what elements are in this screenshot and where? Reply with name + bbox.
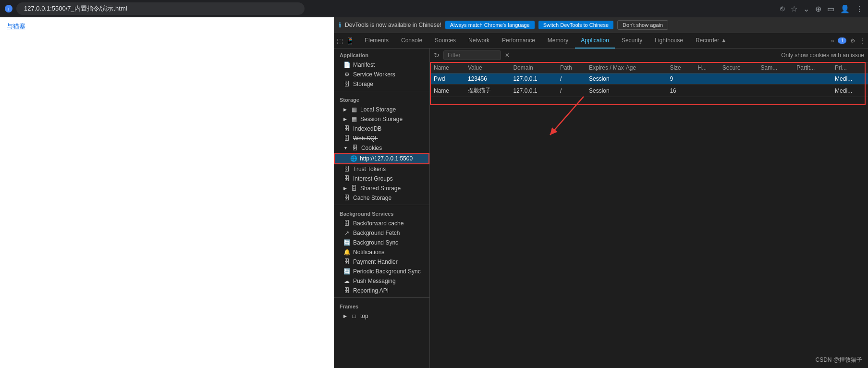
profile-icon[interactable]: 👤 (840, 4, 850, 13)
window-icon[interactable]: ▭ (827, 4, 834, 13)
push-messaging-icon: ☁ (343, 278, 350, 284)
col-partition[interactable]: Partit... (793, 62, 831, 74)
sidebar-item-indexeddb[interactable]: 🗄 IndexedDB (334, 124, 429, 134)
sidebar-item-trust-tokens[interactable]: 🗄 Trust Tokens (334, 164, 429, 174)
browser-actions: ⎋ ☆ ⌄ ⊕ ▭ 👤 ⋮ (780, 4, 863, 13)
sidebar-item-cookies[interactable]: ▼ 🗄 Cookies (334, 143, 429, 153)
sidebar-item-shared-storage[interactable]: ▶ 🗄 Shared Storage (334, 184, 429, 193)
cell-partition (793, 85, 831, 97)
filter-clear-button[interactable]: ✕ (505, 52, 510, 59)
refresh-button[interactable]: ↻ (434, 51, 440, 59)
col-expires[interactable]: Expires / Max-Age (585, 62, 666, 74)
sidebar-item-reporting-api[interactable]: 🗄 Reporting API (334, 286, 429, 295)
tab-memory[interactable]: Memory (542, 33, 574, 49)
cell-partition (793, 74, 831, 85)
col-path[interactable]: Path (556, 62, 585, 74)
tab-application[interactable]: Application (575, 33, 615, 49)
tab-sources[interactable]: Sources (429, 33, 462, 49)
cell-priority: Medi... (831, 85, 868, 97)
filter-input[interactable] (443, 50, 501, 60)
payment-handler-icon: 🗄 (343, 258, 350, 265)
section-application: Application (334, 49, 429, 60)
sidebar-item-manifest[interactable]: 📄 Manifest (334, 60, 429, 70)
tab-network[interactable]: Network (463, 33, 495, 49)
col-priority[interactable]: Pri... (831, 62, 868, 74)
sidebar-item-websql[interactable]: 🗄 Web SQL (334, 134, 429, 143)
notifications-label: Notifications (353, 249, 384, 256)
interest-groups-label: Interest Groups (353, 175, 393, 182)
reporting-api-icon: 🗄 (343, 287, 350, 294)
manifest-label: Manifest (353, 61, 375, 68)
sidebar-item-back-forward[interactable]: 🗄 Back/forward cache (334, 219, 429, 228)
reporting-api-label: Reporting API (353, 287, 389, 294)
info-icon: ℹ (339, 21, 341, 29)
col-samesite[interactable]: Sam... (757, 62, 793, 74)
sidebar: Application 📄 Manifest ⚙ Service Workers… (334, 49, 430, 368)
more-options-icon[interactable]: ⋮ (859, 37, 865, 44)
col-secure[interactable]: Secure (719, 62, 757, 74)
more-tabs-icon[interactable]: » (831, 37, 834, 44)
sidebar-item-notifications[interactable]: 🔔 Notifications (334, 247, 429, 257)
device-icon[interactable]: 📱 (346, 37, 354, 45)
cookies-icon: 🗄 (352, 145, 358, 151)
table-row[interactable]: Name 捏敦猫子 127.0.0.1 / Session 16 Medi... (430, 85, 868, 97)
cell-size: 9 (666, 74, 694, 85)
chevron-icon[interactable]: ⌄ (803, 4, 809, 13)
section-storage: Storage (334, 93, 429, 105)
tabs-right-actions: » 1 ⚙ ⋮ (831, 37, 865, 44)
sidebar-item-push-messaging[interactable]: ☁ Push Messaging (334, 276, 429, 286)
settings-icon[interactable]: ⚙ (850, 37, 856, 44)
sidebar-item-payment-handler[interactable]: 🗄 Payment Handler (334, 257, 429, 267)
tab-lighthouse[interactable]: Lighthouse (649, 33, 689, 49)
col-size[interactable]: Size (666, 62, 694, 74)
divider-3 (334, 297, 429, 298)
cookies-label: Cookies (361, 145, 382, 151)
browser-url-bar[interactable]: 127.0.0.1:5500/7_内置指令/演示.html (16, 2, 305, 15)
always-match-button[interactable]: Always match Chrome's language (445, 21, 535, 29)
tab-security[interactable]: Security (616, 33, 648, 49)
sidebar-item-storage-app[interactable]: 🗄 Storage (334, 79, 429, 89)
cookie-url-label: http://127.0.0.1:5500 (360, 155, 413, 162)
puzzle-icon[interactable]: ⊕ (815, 4, 821, 13)
bg-sync-icon: 🔄 (343, 239, 350, 246)
col-value[interactable]: Value (464, 62, 510, 74)
sidebar-item-local-storage[interactable]: ▶ ▦ Local Storage (334, 105, 429, 114)
dont-show-button[interactable]: Don't show again (617, 20, 668, 30)
tab-icons: ⬚ 📱 (337, 37, 354, 45)
table-row[interactable]: Pwd 123456 127.0.0.1 / Session 9 Medi... (430, 74, 868, 85)
storage-app-label: Storage (353, 81, 373, 87)
sidebar-item-cookie-url[interactable]: 🌐 http://127.0.0.1:5500 (334, 153, 429, 164)
expand-shared-storage: ▶ (343, 186, 347, 191)
sidebar-item-interest-groups[interactable]: 🗄 Interest Groups (334, 174, 429, 184)
switch-devtools-button[interactable]: Switch DevTools to Chinese (538, 21, 613, 29)
issues-badge[interactable]: 1 (838, 37, 846, 44)
page-link[interactable]: 与猫塞 (0, 17, 334, 36)
sidebar-item-bg-fetch[interactable]: ↗ Background Fetch (334, 228, 429, 238)
devtools-panel: ℹ DevTools is now available in Chinese! … (334, 17, 868, 368)
table-header-row: Name Value Domain Path Expires / Max-Age… (430, 62, 868, 74)
share-icon[interactable]: ⎋ (780, 4, 785, 13)
tab-elements[interactable]: Elements (359, 33, 394, 49)
menu-icon[interactable]: ⋮ (856, 4, 863, 13)
browser-favicon: i (5, 5, 12, 12)
inspect-icon[interactable]: ⬚ (337, 37, 343, 45)
websql-icon: 🗄 (343, 135, 350, 142)
sidebar-item-service-workers[interactable]: ⚙ Service Workers (334, 70, 429, 79)
cell-name: Name (430, 85, 464, 97)
sidebar-item-bg-sync[interactable]: 🔄 Background Sync (334, 238, 429, 247)
star-icon[interactable]: ☆ (791, 4, 797, 13)
tab-console[interactable]: Console (395, 33, 428, 49)
back-forward-label: Back/forward cache (353, 220, 403, 227)
sidebar-item-session-storage[interactable]: ▶ ▦ Session Storage (334, 114, 429, 124)
sidebar-item-frames-top[interactable]: ▶ □ top (334, 311, 429, 321)
col-name[interactable]: Name (430, 62, 464, 74)
tab-recorder[interactable]: Recorder ▲ (690, 33, 733, 49)
sidebar-item-cache-storage[interactable]: 🗄 Cache Storage (334, 193, 429, 203)
cell-path: / (556, 74, 585, 85)
col-h[interactable]: H... (694, 62, 719, 74)
cell-expires: Session (585, 74, 666, 85)
tab-performance[interactable]: Performance (496, 33, 541, 49)
cell-h (694, 74, 719, 85)
sidebar-item-periodic-bg-sync[interactable]: 🔄 Periodic Background Sync (334, 267, 429, 276)
col-domain[interactable]: Domain (509, 62, 556, 74)
